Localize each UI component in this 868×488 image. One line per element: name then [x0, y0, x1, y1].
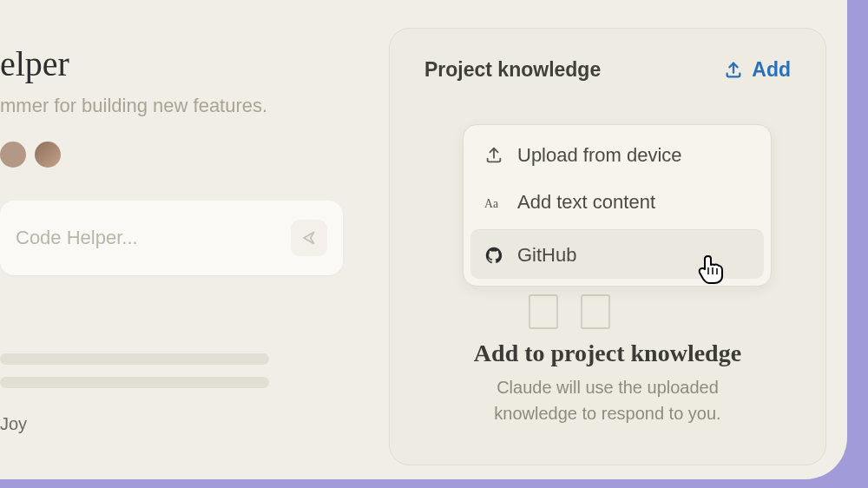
send-icon	[300, 229, 318, 247]
panel-title: Project knowledge	[424, 58, 601, 82]
add-knowledge-button[interactable]: Add	[724, 58, 791, 82]
document-icon	[581, 294, 610, 329]
svg-text:Aa: Aa	[484, 197, 498, 210]
app-container: elper mmer for building new features. Co…	[0, 0, 847, 479]
placeholder-lines	[0, 353, 356, 388]
panel-header: Project knowledge Add	[424, 58, 791, 82]
send-button[interactable]	[291, 220, 327, 256]
placeholder-line	[0, 377, 269, 388]
project-subtitle: mmer for building new features.	[0, 95, 356, 117]
project-title: elper	[0, 43, 356, 84]
avatar[interactable]	[35, 142, 61, 168]
chat-input[interactable]: Code Helper...	[0, 201, 343, 275]
upload-icon	[724, 61, 743, 80]
dropdown-item-upload-from-device[interactable]: Upload from device	[470, 132, 764, 179]
knowledge-placeholder-icons	[529, 294, 610, 329]
add-button-label: Add	[752, 58, 791, 82]
github-icon	[484, 246, 503, 265]
avatar[interactable]	[0, 142, 26, 168]
knowledge-description: Claude will use the uploaded knowledge t…	[390, 374, 825, 426]
text-icon: Aa	[484, 193, 503, 212]
project-knowledge-panel: Project knowledge Add Add to project kno…	[389, 28, 826, 465]
dropdown-item-add-text-content[interactable]: Aa Add text content	[470, 179, 764, 226]
dropdown-item-label: Add text content	[517, 191, 655, 214]
footer-text: Joy	[0, 414, 356, 434]
document-icon	[529, 294, 558, 329]
mouse-cursor-icon	[696, 252, 726, 285]
placeholder-line	[0, 353, 269, 365]
dropdown-item-label: Upload from device	[517, 144, 682, 167]
knowledge-heading: Add to project knowledge	[390, 340, 825, 367]
dropdown-item-label: GitHub	[517, 244, 576, 267]
member-avatars	[0, 142, 356, 168]
left-panel: elper mmer for building new features. Co…	[0, 43, 356, 434]
upload-icon	[484, 146, 503, 165]
chat-input-placeholder: Code Helper...	[16, 227, 138, 249]
